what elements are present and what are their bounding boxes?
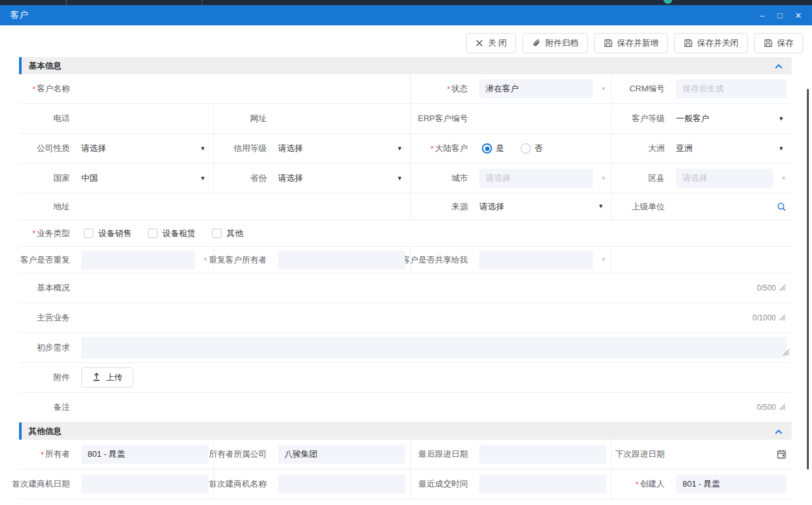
label-duplicate-owner: 重复客户所有者 [214,247,273,273]
label-text: 城市 [451,173,468,184]
city-select[interactable]: 请选择 ▼ [474,164,612,193]
close-button[interactable]: 关 闭 [466,33,516,53]
creator-input[interactable]: 801 - 晁盖 [671,469,792,499]
checkbox-other[interactable]: 其他 [212,228,243,239]
province-select[interactable]: 请选择 ▼ [273,164,411,193]
initial-demand-box [81,337,787,358]
label-text: 初步需求 [37,342,70,353]
upload-button[interactable]: 上传 [81,367,133,388]
label-text: 主营业务 [37,312,70,324]
city-placeholder: 请选择 [486,173,510,184]
owner-input[interactable]: 801 - 晁盖 [76,440,214,469]
form-row: 客户是否重复 ▼ 重复客户所有者 客户是否共享给我 ▼ [19,247,792,273]
country-select[interactable]: 中国 ▼ [76,164,214,193]
dialog-title: 客户 [10,10,28,21]
continent-value: 亚洲 [676,143,693,154]
customer-edit-dialog: 客户 – □ ✕ 关 闭 附件归档 保存并新增 保存并关闭 保存 [0,0,812,505]
address-input[interactable] [76,193,411,220]
resize-grip-icon[interactable] [778,313,785,322]
save-button[interactable]: 保存 [754,33,803,53]
district-select[interactable]: 请选择 ▼ [671,164,792,193]
credit-level-select[interactable]: 请选择 ▼ [273,134,411,163]
next-follow-date-input[interactable] [671,440,792,469]
label-customer-level: 客户等级 [612,104,671,133]
caret-down-icon: ▼ [203,257,208,263]
section-title: 基本信息 [29,60,62,72]
label-text: 客户名称 [37,83,70,95]
basic-profile-textarea[interactable]: 0/500 [76,273,792,303]
continent-select[interactable]: 亚洲 ▼ [671,134,792,163]
label-text: 上级单位 [632,201,665,213]
checkbox-equipment-rental[interactable]: 设备租赁 [148,228,196,239]
phone-input[interactable] [76,104,214,133]
crm-no-input[interactable]: 保存后生成 [671,74,792,103]
required-mark: * [32,84,36,94]
label-initial-demand: 初步需求 [19,333,76,362]
save-icon [764,39,773,48]
form-row: 地址 来源 请选择 ▼ 上级单位 [19,193,792,220]
label-text: ERP客户编号 [418,113,468,124]
resize-grip-icon[interactable] [778,403,785,412]
label-text: CRM编号 [629,83,665,95]
label-text: 地址 [53,201,70,213]
initial-demand-textarea[interactable] [76,333,792,362]
label-text: 电话 [53,113,70,124]
label-customer-name: *客户名称 [19,74,76,103]
resize-grip-icon[interactable] [778,284,785,292]
caret-down-icon: ▼ [601,176,606,181]
label-text: 大洲 [648,143,665,154]
first-opportunity-date-input[interactable] [76,469,214,499]
shared-to-me-select[interactable]: ▼ [474,247,612,273]
last-follow-date-input[interactable] [474,440,612,469]
chevron-up-icon[interactable] [775,427,783,436]
company-nature-select[interactable]: 请选择 ▼ [76,134,214,163]
attachment-field: 上传 [76,363,792,392]
label-company-nature: 公司性质 [19,134,76,163]
form-row: 附件 上传 [19,363,792,393]
label-website: 网址 [214,104,273,133]
main-business-textarea[interactable]: 0/1000 [76,303,792,332]
maximize-icon[interactable]: □ [777,11,782,20]
country-value: 中国 [81,173,98,184]
label-remark: 备注 [19,393,76,422]
website-input[interactable] [273,104,411,133]
calendar-icon[interactable] [776,449,787,459]
customer-form: 基本信息 *客户名称 *状态 潜在客户 ▼ CRM编号 保存后生成 电话 网址 … [19,57,792,499]
char-counter: 0/500 [757,403,787,412]
close-window-icon[interactable]: ✕ [795,11,802,20]
minimize-icon[interactable]: – [760,11,764,20]
checkbox-equipment-sales[interactable]: 设备销售 [84,228,131,239]
owner-company-input[interactable]: 八骏集团 [273,440,411,469]
resize-grip-icon[interactable] [782,346,789,358]
last-deal-time-input[interactable] [474,469,612,499]
status-select[interactable]: 潜在客户 ▼ [474,74,612,103]
first-opportunity-name-input[interactable] [273,469,411,499]
remark-textarea[interactable]: 0/500 [76,393,792,422]
background-avatar-dot [663,0,672,4]
parent-unit-input[interactable] [671,193,792,220]
save-and-new-button[interactable]: 保存并新增 [594,33,668,53]
checkbox-label: 其他 [227,228,243,239]
customer-level-select[interactable]: 一般客户 ▼ [671,104,792,133]
search-icon[interactable] [776,202,787,212]
source-select[interactable]: 请选择 ▼ [474,193,612,220]
chevron-up-icon[interactable] [775,62,783,71]
radio-no[interactable]: 否 [521,143,543,154]
province-placeholder: 请选择 [278,173,303,184]
save-and-close-button[interactable]: 保存并关闭 [674,33,748,53]
attachment-archive-button[interactable]: 附件归档 [522,33,588,53]
company-nature-placeholder: 请选择 [81,143,106,154]
customer-name-input[interactable] [76,74,411,103]
label-erp-no: ERP客户编号 [411,104,474,133]
label-last-follow-date: 最后跟进日期 [411,440,474,469]
crm-no-box: 保存后生成 [676,79,787,98]
char-counter: 0/500 [757,284,787,292]
vertical-scrollbar[interactable] [807,89,809,469]
save-icon [604,39,613,48]
customer-duplicate-select[interactable]: ▼ [76,247,214,273]
form-row: *所有者 801 - 晁盖 所有者所属公司 八骏集团 最后跟进日期 下次跟进日期 [19,440,792,469]
erp-no-input[interactable] [474,104,612,133]
duplicate-owner-input[interactable] [273,247,411,273]
counter-text: 0/500 [757,403,776,412]
radio-yes[interactable]: 是 [482,143,504,154]
